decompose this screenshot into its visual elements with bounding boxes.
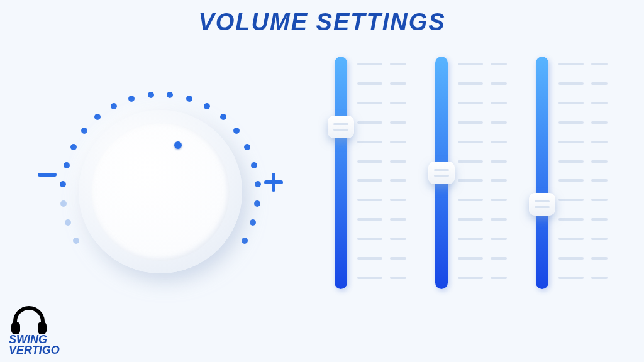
knob-tick	[254, 200, 260, 207]
volume-knob[interactable]	[79, 110, 242, 273]
sliders-group	[327, 57, 623, 295]
knob-tick	[255, 181, 261, 187]
knob-tick	[94, 114, 101, 120]
slider-scale	[357, 63, 414, 283]
volume-knob-group	[25, 75, 277, 327]
slider-2[interactable]	[428, 57, 522, 295]
knob-tick	[251, 162, 257, 168]
plus-icon[interactable]	[264, 173, 283, 192]
knob-tick	[250, 219, 256, 226]
knob-tick	[70, 144, 77, 150]
knob-tick	[111, 103, 117, 109]
knob-tick	[220, 114, 226, 120]
knob-tick	[167, 92, 173, 98]
slider-scale	[458, 63, 514, 283]
knob-tick	[233, 128, 240, 134]
slider-handle[interactable]	[328, 116, 354, 138]
page-title: VOLUME SETTINGS	[0, 9, 644, 36]
knob-tick	[186, 96, 192, 102]
knob-tick	[128, 96, 135, 102]
minus-icon[interactable]	[38, 173, 57, 177]
slider-handle[interactable]	[529, 193, 555, 216]
knob-tick	[204, 103, 210, 109]
slider-handle[interactable]	[428, 162, 455, 184]
brand-logo: SWING VERTIGO	[9, 305, 60, 356]
knob-tick	[244, 144, 250, 150]
knob-indicator-dot	[174, 141, 182, 149]
slider-3[interactable]	[528, 57, 623, 295]
slider-track[interactable]	[335, 57, 347, 289]
knob-tick	[242, 238, 248, 244]
knob-face	[91, 123, 230, 261]
knob-tick	[81, 128, 87, 134]
slider-1[interactable]	[327, 57, 421, 295]
headphones-icon	[9, 305, 49, 334]
knob-tick	[64, 162, 70, 168]
knob-tick	[65, 219, 71, 226]
knob-tick	[60, 200, 67, 207]
knob-tick	[148, 92, 154, 98]
svg-rect-1	[38, 322, 47, 334]
logo-line2: VERTIGO	[9, 345, 60, 356]
knob-tick	[73, 238, 79, 244]
slider-scale	[558, 63, 615, 283]
knob-tick	[60, 181, 66, 187]
slider-track[interactable]	[536, 57, 548, 289]
svg-rect-0	[11, 322, 20, 334]
